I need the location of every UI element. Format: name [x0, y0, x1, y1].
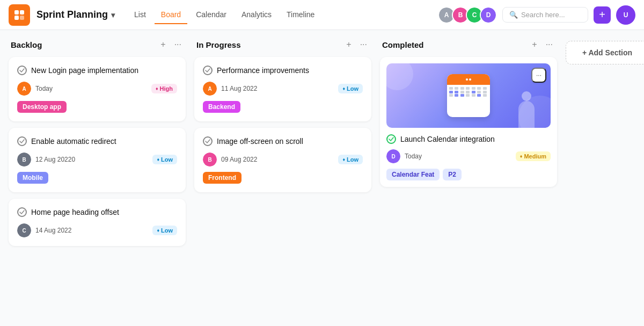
card-date: 12 Aug 20220 [35, 156, 148, 163]
tag-p2: P2 [443, 169, 462, 180]
card-title-text: Performance improvements [217, 66, 309, 75]
more-options-completed[interactable]: ··· [544, 39, 555, 50]
column-header-inprogress: In Progress + ··· [194, 39, 371, 50]
avatars: A B C D [438, 6, 497, 24]
nav-tabs: List Board Calendar Analytics Timeline [128, 6, 438, 24]
column-title-backlog: Backlog [11, 40, 158, 49]
priority-badge-low: ♦Low [152, 155, 177, 164]
card-title-text: Image off-screen on scroll [217, 137, 303, 146]
check-icon [17, 136, 27, 146]
card-date: 14 Aug 2022 [35, 227, 148, 234]
check-icon [17, 66, 27, 75]
card-avatar: B [17, 153, 31, 166]
card-enable-redirect[interactable]: Enable automatic redirect B 12 Aug 20220… [9, 128, 186, 192]
card-title-text: Launch Calendar integration [400, 135, 495, 143]
board: Backlog + ··· New Login page implementat… [0, 30, 644, 326]
check-icon [203, 136, 213, 146]
chevron-icon: ▾ [111, 11, 115, 19]
check-icon [203, 66, 213, 75]
add-section-container: + Add Section [566, 39, 644, 317]
card-image-offscreen[interactable]: Image off-screen on scroll B 09 Aug 2022… [194, 128, 371, 192]
logo [9, 4, 30, 26]
user-avatar[interactable]: U [616, 5, 635, 25]
svg-rect-0 [14, 10, 19, 15]
avatar: D [480, 6, 497, 24]
card-date: 11 Aug 2022 [221, 85, 334, 92]
card-title-text: New Login page implementation [31, 66, 138, 75]
tag-backend: Backend [203, 101, 240, 113]
card-date: 09 Aug 2022 [221, 156, 334, 163]
check-icon [17, 207, 27, 217]
tab-board[interactable]: Board [155, 6, 187, 24]
search-icon: 🔍 [509, 11, 518, 19]
tab-timeline[interactable]: Timeline [280, 6, 321, 24]
column-backlog: Backlog + ··· New Login page implementat… [9, 39, 186, 317]
column-header-backlog: Backlog + ··· [9, 39, 186, 50]
add-card-completed[interactable]: + [530, 39, 539, 50]
column-completed: Completed + ··· [380, 39, 557, 317]
search-placeholder: Search here... [521, 11, 565, 19]
add-button[interactable]: + [594, 6, 611, 24]
card-date: Today [405, 153, 511, 160]
card-avatar: A [203, 82, 217, 96]
priority-badge-low: ♦Low [338, 84, 363, 93]
card-avatar: C [17, 223, 31, 237]
check-icon-done [386, 134, 396, 144]
card-home-heading[interactable]: Home page heading offset C 14 Aug 2022 ♦… [9, 199, 186, 246]
svg-rect-1 [20, 10, 24, 15]
tag-frontend: Frontend [203, 172, 241, 184]
card-performance[interactable]: Performance improvements A 11 Aug 2022 ♦… [194, 57, 371, 121]
card-title-text: Enable automatic redirect [31, 137, 116, 146]
tab-calendar[interactable]: Calendar [189, 6, 233, 24]
add-card-backlog[interactable]: + [158, 39, 167, 50]
card-date: Today [35, 85, 147, 92]
card-avatar: A [17, 82, 31, 96]
project-title[interactable]: Sprint Planning ▾ [36, 9, 115, 20]
header-right: A B C D 🔍 Search here... + U [438, 5, 635, 25]
card-avatar: B [203, 153, 217, 166]
column-inprogress: In Progress + ··· Performance improvemen… [194, 39, 371, 317]
priority-badge-low: ♦Low [152, 226, 177, 235]
card-title-text: Home page heading offset [31, 208, 119, 216]
priority-badge-low: ♦Low [338, 155, 363, 164]
card-new-login[interactable]: New Login page implementation A Today ♦H… [9, 57, 186, 121]
add-section-label: + Add Section [582, 48, 632, 57]
search-box[interactable]: 🔍 Search here... [502, 7, 588, 23]
card-avatar: D [386, 149, 400, 163]
add-card-inprogress[interactable]: + [344, 39, 353, 50]
calendar-icon [447, 74, 490, 117]
column-header-completed: Completed + ··· [380, 39, 557, 50]
tab-analytics[interactable]: Analytics [235, 6, 278, 24]
column-title-inprogress: In Progress [196, 40, 344, 49]
column-title-completed: Completed [382, 40, 530, 49]
card-illustration: ··· [386, 63, 551, 128]
tag-mobile: Mobile [17, 172, 48, 184]
tab-list[interactable]: List [128, 6, 152, 24]
more-options-backlog[interactable]: ··· [172, 39, 184, 50]
card-launch-calendar[interactable]: ··· Launch Calendar integration D Today … [380, 57, 557, 187]
priority-badge-high: ♦High [151, 84, 177, 93]
svg-rect-3 [20, 16, 24, 20]
header: Sprint Planning ▾ List Board Calendar An… [0, 0, 644, 30]
add-section-button[interactable]: + Add Section [566, 41, 644, 64]
tag-desktop: Desktop app [17, 101, 67, 113]
card-more-button[interactable]: ··· [531, 68, 546, 83]
more-options-inprogress[interactable]: ··· [358, 39, 369, 50]
tag-calendar-feat: Calendar Feat [386, 169, 440, 180]
priority-badge-medium: ♦Medium [516, 151, 551, 161]
svg-rect-2 [14, 16, 19, 20]
